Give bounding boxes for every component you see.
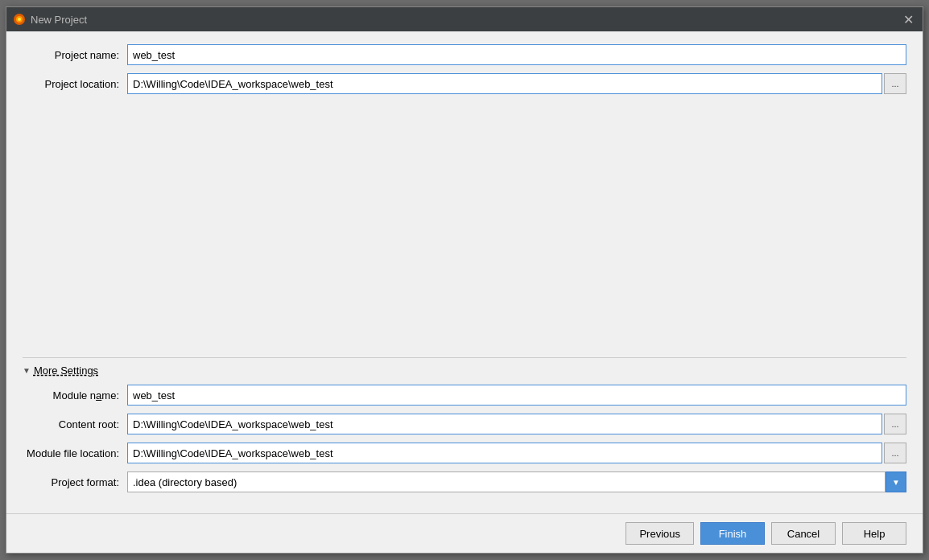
project-name-input-container [127,44,906,65]
help-button[interactable]: Help [842,522,906,545]
dialog-content: Project name: Project location: ... ▼ Mo… [6,31,923,513]
project-location-input[interactable] [127,73,882,94]
project-format-input-container: ▼ [127,471,906,492]
project-format-row: Project format: ▼ [23,471,906,492]
button-bar: Previous Finish Cancel Help [6,513,923,553]
project-name-input[interactable] [127,44,906,65]
module-name-input-container [127,385,906,406]
module-file-location-browse-button[interactable]: ... [884,443,906,463]
project-format-dropdown-container: ▼ [127,471,906,492]
title-bar: New Project ✕ [6,7,923,31]
close-button[interactable]: ✕ [900,11,916,27]
more-settings-label: More Settings [34,364,98,377]
svg-point-2 [18,18,21,21]
content-root-input[interactable] [127,414,882,434]
cancel-button[interactable]: Cancel [771,522,836,545]
project-location-input-container: ... [127,73,906,94]
project-location-label: Project location: [23,78,127,90]
module-name-input[interactable] [127,385,906,406]
new-project-dialog: New Project ✕ Project name: Project loca… [6,6,923,554]
dialog-title: New Project [31,14,87,26]
module-file-location-input[interactable] [127,443,882,463]
content-root-browse-button[interactable]: ... [884,414,906,434]
finish-button[interactable]: Finish [700,522,765,545]
content-root-label: Content root: [23,418,127,430]
project-format-label: Project format: [23,476,127,488]
more-settings-toggle[interactable]: ▼ More Settings [23,364,906,377]
module-name-underline: a [96,389,101,401]
project-location-row: Project location: ... [23,73,906,94]
module-file-location-label: Module file location: [23,447,127,459]
module-name-label: Module name: [23,389,127,401]
more-settings-arrow-icon: ▼ [23,366,31,375]
more-settings-section: ▼ More Settings Module name: Content roo… [23,357,906,500]
dialog-icon [13,13,26,26]
project-name-label: Project name: [23,49,127,61]
content-root-input-container: ... [127,414,906,434]
title-bar-left: New Project [13,13,87,26]
project-format-dropdown-button[interactable]: ▼ [886,471,906,492]
project-format-input[interactable] [127,471,886,492]
content-root-row: Content root: ... [23,414,906,434]
project-location-browse-button[interactable]: ... [884,73,906,94]
project-name-row: Project name: [23,44,906,65]
module-file-location-row: Module file location: ... [23,443,906,463]
module-name-row: Module name: [23,385,906,406]
dropdown-arrow-icon: ▼ [892,478,900,487]
previous-button[interactable]: Previous [626,522,694,545]
content-spacer [23,102,906,354]
module-file-location-input-container: ... [127,443,906,463]
